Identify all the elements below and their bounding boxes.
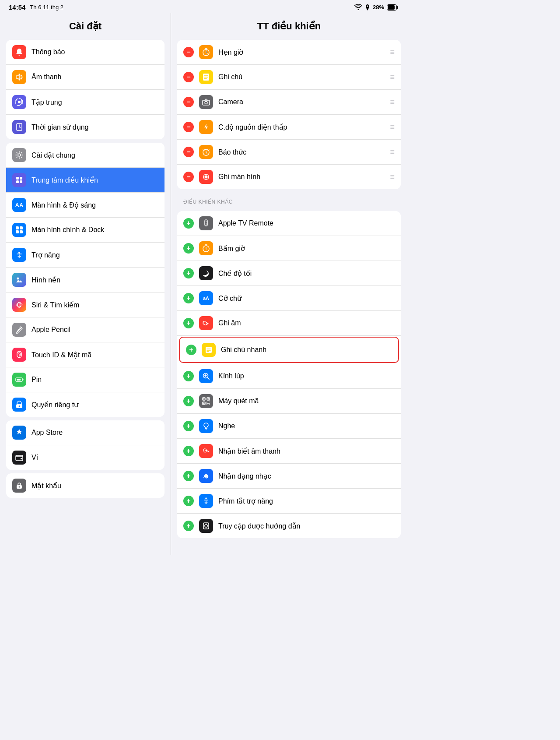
sidebar-item-privacy[interactable]: Quyền riêng tư [6,392,164,417]
privacy-icon [12,398,26,412]
guidedaccess-icon [199,519,213,533]
add-quicknote-btn[interactable]: + [186,345,196,355]
add-codescanner-btn[interactable]: + [183,396,194,406]
sidebar-item-battery[interactable]: Pin [6,367,164,392]
control-appletvremote[interactable]: + Apple TV Remote [177,211,401,236]
add-magnifier-btn[interactable]: + [183,371,194,381]
sidebar-item-controlcenter[interactable]: Trung tâm điều khiển [6,168,164,193]
sidebar-group-3: App Store Ví [6,420,164,470]
sidebar-item-focus[interactable]: Tập trung [6,90,164,115]
sidebar-item-homescreen[interactable]: Màn hình chính & Dock [6,218,164,243]
magnifier-icon [199,369,213,383]
sidebar-group-1: Thông báo Âm thanh Tập trung Thời gian s… [6,40,164,139]
control-voicememo[interactable]: + Ghi âm [177,311,401,336]
touchid-label: Touch ID & Mật mã [32,351,91,359]
sidebar-item-siri[interactable]: Siri & Tìm kiếm [6,292,164,317]
wallet-icon [12,451,26,465]
drag-timer[interactable]: ≡ [390,48,395,57]
sidebar-item-appstore[interactable]: App Store [6,420,164,445]
status-time: 14:54 [9,4,25,11]
control-darkmode[interactable]: + Chế độ tối [177,261,401,286]
control-hearing[interactable]: + Nghe [177,414,401,439]
sidebar-item-sound[interactable]: Âm thanh [6,65,164,90]
controlcenter-label: Trung tâm điều khiển [32,176,98,184]
general-icon [12,148,26,162]
drag-alarm[interactable]: ≡ [390,148,395,157]
add-voicememo-btn[interactable]: + [183,318,194,328]
drag-lowpower[interactable]: ≡ [390,123,395,132]
svg-point-30 [19,486,20,488]
control-screencapture[interactable]: − Ghi màn hình ≡ [177,165,401,189]
svg-rect-1 [388,5,395,10]
sidebar-item-wallet[interactable]: Ví [6,445,164,470]
svg-rect-10 [20,180,22,183]
control-stopwatch[interactable]: + Bấm giờ [177,236,401,261]
sidebar-item-pencil[interactable]: Apple Pencil [6,317,164,342]
control-notes[interactable]: − Ghi chú ≡ [177,65,401,90]
add-soundrecog-btn[interactable]: + [183,446,194,456]
control-soundrecog[interactable]: + Nhận biết âm thanh [177,439,401,464]
add-accessshortcut-btn[interactable]: + [183,496,194,506]
remove-alarm-btn[interactable]: − [183,147,194,157]
control-alarm[interactable]: − Báo thức ≡ [177,140,401,165]
location-icon [365,4,370,11]
focus-icon [12,95,26,109]
camera-ctrl-icon [199,95,213,109]
svg-point-39 [205,102,207,104]
sidebar-item-wallpaper[interactable]: Hình nền [6,268,164,292]
sidebar-item-touchid[interactable]: Touch ID & Mật mã [6,342,164,367]
hearing-label: Nghe [218,422,395,430]
voicememo-icon [199,316,213,330]
codescanner-icon [199,394,213,408]
add-textsize-btn[interactable]: + [183,293,194,303]
control-camera[interactable]: − Camera ≡ [177,90,401,115]
drag-notes[interactable]: ≡ [390,73,395,82]
sidebar-item-accessibility[interactable]: Trợ năng [6,243,164,268]
drag-camera[interactable]: ≡ [390,98,395,107]
svg-point-67 [205,497,207,499]
sound-icon [12,70,26,84]
status-bar: 14:54 Th 6 11 thg 2 28% [0,0,407,13]
remove-notes-btn[interactable]: − [183,72,194,82]
add-shazam-btn[interactable]: + [183,471,194,481]
drag-screencapture[interactable]: ≡ [390,173,395,182]
add-stopwatch-btn[interactable]: + [183,243,194,254]
add-hearing-btn[interactable]: + [183,421,194,431]
add-darkmode-btn[interactable]: + [183,268,194,278]
control-timer[interactable]: − Hẹn giờ ≡ [177,40,401,65]
accessshortcut-icon [199,494,213,508]
darkmode-ctrl-icon [199,266,213,280]
sidebar-item-screentime[interactable]: Thời gian sử dụng [6,115,164,139]
remove-screencapture-btn[interactable]: − [183,172,194,182]
timer-label: Hẹn giờ [218,48,385,56]
control-quicknote[interactable]: + Ghi chú nhanh [179,337,399,363]
control-lowpower[interactable]: − C.độ nguồn điện thấp ≡ [177,115,401,140]
sidebar-item-passwords[interactable]: Mật khẩu [6,473,164,498]
control-codescanner[interactable]: + Máy quét mã [177,389,401,414]
control-accessshortcut[interactable]: + Phím tắt trợ năng [177,489,401,514]
active-controls-group: − Hẹn giờ ≡ − Ghi chú ≡ − [177,40,401,189]
pencil-icon [12,323,26,337]
control-shazam[interactable]: + Nhận dạng nhạc [177,464,401,489]
remove-timer-btn[interactable]: − [183,47,194,57]
hearing-ctrl-icon [199,419,213,433]
add-guidedaccess-btn[interactable]: + [183,521,194,531]
screentime-icon [12,120,26,134]
svg-rect-14 [20,230,23,233]
alarm-label: Báo thức [218,148,385,156]
remove-lowpower-btn[interactable]: − [183,122,194,132]
battery-sidebar-icon [12,373,26,387]
control-magnifier[interactable]: + Kính lúp [177,364,401,389]
sidebar-item-general[interactable]: Cài đặt chung [6,143,164,168]
add-appletvremote-btn[interactable]: + [183,218,194,229]
control-guidedaccess[interactable]: + Truy cập được hướng dẫn [177,514,401,538]
status-left: 14:54 Th 6 11 thg 2 [9,4,63,11]
more-controls-group: + Apple TV Remote + Bấm giờ + C [177,211,401,538]
control-textsize[interactable]: + aA Cỡ chữ [177,286,401,311]
focus-label: Tập trung [32,98,62,106]
remove-camera-btn[interactable]: − [183,97,194,107]
sidebar-item-notifications[interactable]: Thông báo [6,40,164,65]
notes-ctrl-icon [199,70,213,84]
svg-rect-12 [20,226,23,229]
sidebar-item-display[interactable]: AA Màn hình & Độ sáng [6,193,164,218]
